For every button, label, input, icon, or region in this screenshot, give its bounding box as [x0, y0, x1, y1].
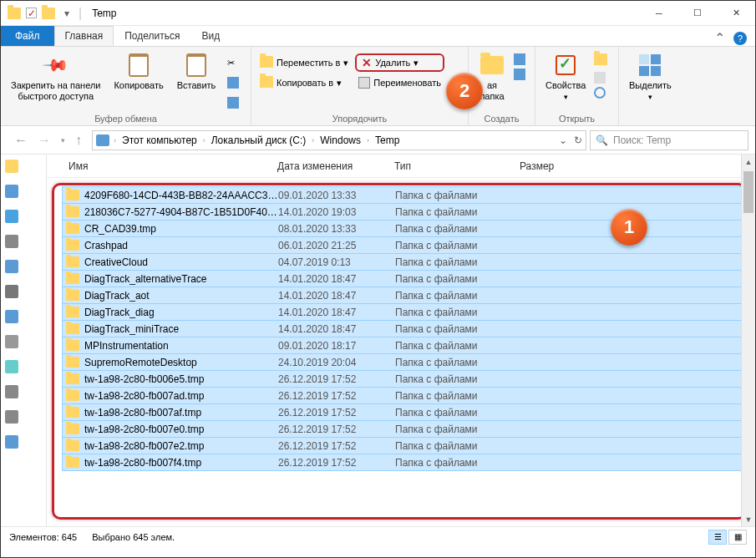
nav-item[interactable] — [5, 210, 18, 223]
copypath-button[interactable] — [224, 74, 242, 92]
copyto-button[interactable]: Копировать в ▾ — [256, 74, 352, 92]
file-type: Папка с файлами — [395, 256, 520, 268]
nav-item[interactable] — [5, 360, 18, 373]
nav-item[interactable] — [5, 285, 18, 298]
titlebar: ✓ ▾ | Temp ─ ☐ ✕ — [1, 1, 755, 26]
qat-dropdown-icon[interactable]: ▾ — [60, 7, 74, 20]
breadcrumb-temp[interactable]: Temp — [373, 134, 401, 146]
pin-icon: 📌 — [41, 51, 70, 80]
file-name: tw-1a98-2c80-fb007ad.tmp — [84, 390, 278, 402]
edit-icon[interactable] — [594, 72, 606, 84]
table-row[interactable]: DiagTrack_alternativeTrace14.01.2020 18:… — [62, 270, 745, 287]
moveto-button[interactable]: Переместить в ▾ — [256, 53, 352, 72]
select-label: Выделить — [629, 80, 672, 91]
annotation-2: 2 — [446, 73, 483, 109]
navigation-pane[interactable] — [1, 155, 47, 526]
nav-item[interactable] — [5, 160, 18, 173]
icons-view-button[interactable]: ▦ — [728, 530, 747, 545]
help-icon[interactable]: ? — [733, 32, 747, 45]
newitem-icon[interactable] — [514, 53, 525, 65]
table-row[interactable]: tw-1a98-2c80-fb007ad.tmp26.12.2019 17:52… — [62, 387, 745, 404]
table-row[interactable]: DiagTrack_diag14.01.2020 18:47Папка с фа… — [62, 303, 745, 321]
delete-button[interactable]: ✕ Удалить ▾ — [355, 53, 444, 72]
nav-item[interactable] — [5, 435, 18, 449]
breadcrumb-windows[interactable]: Windows — [318, 134, 363, 146]
open-icon[interactable] — [594, 53, 607, 68]
breadcrumb-drive[interactable]: Локальный диск (C:) — [210, 134, 308, 146]
nav-item[interactable] — [5, 335, 18, 348]
forward-button[interactable]: → — [38, 133, 51, 148]
table-row[interactable]: tw-1a98-2c80-fb007af.tmp26.12.2019 17:52… — [62, 403, 745, 421]
close-button[interactable]: ✕ — [717, 1, 755, 26]
status-count: Элементов: 645 — [9, 532, 77, 542]
search-placeholder: Поиск: Temp — [613, 134, 671, 146]
easyaccess-icon[interactable] — [514, 68, 525, 80]
table-row[interactable]: 4209F680-14CD-443B-BB82-24AAACC3B...09.0… — [62, 186, 745, 204]
column-name[interactable]: Имя — [68, 160, 277, 172]
search-input[interactable]: 🔍 Поиск: Temp — [590, 130, 748, 150]
nav-item[interactable] — [5, 410, 18, 424]
file-date: 14.01.2020 18:47 — [278, 307, 395, 318]
pin-button[interactable]: 📌 Закрепить на панели быстрого доступа — [6, 50, 105, 104]
nav-item[interactable] — [5, 260, 18, 273]
properties-button[interactable]: Свойства▾ — [540, 50, 591, 104]
folder-icon — [66, 373, 79, 384]
file-date: 14.01.2020 18:47 — [278, 273, 395, 285]
tab-share[interactable]: Поделиться — [114, 26, 190, 46]
column-size[interactable]: Размер — [520, 160, 586, 172]
breadcrumb[interactable]: › Этот компьютер › Локальный диск (C:) ›… — [92, 130, 586, 150]
cut-button[interactable]: ✂ — [224, 53, 242, 72]
table-row[interactable]: tw-1a98-2c80-fb007e0.tmp26.12.2019 17:52… — [62, 420, 745, 438]
nav-item[interactable] — [5, 310, 18, 323]
window-title: Temp — [92, 8, 116, 19]
breadcrumb-dropdown-icon[interactable]: ⌄ — [559, 134, 567, 146]
scroll-up-icon[interactable]: ▲ — [742, 155, 755, 169]
file-type: Папка с файлами — [395, 440, 520, 452]
back-button[interactable]: ← — [14, 133, 28, 148]
maximize-button[interactable]: ☐ — [678, 1, 717, 26]
pasteshortcut-button[interactable] — [224, 94, 242, 112]
nav-item[interactable] — [5, 385, 18, 398]
scrollbar-vertical[interactable]: ▲ ▼ — [741, 155, 755, 526]
table-row[interactable]: MPInstrumentation09.01.2020 18:17Папка с… — [62, 337, 745, 354]
table-row[interactable]: SupremoRemoteDesktop24.10.2019 20:04Папк… — [62, 353, 745, 371]
folder-icon — [66, 256, 79, 267]
file-date: 08.01.2020 13:33 — [278, 223, 395, 235]
tab-home[interactable]: Главная — [54, 26, 114, 46]
select-icon — [639, 54, 661, 76]
file-type: Папка с файлами — [395, 357, 520, 368]
details-view-button[interactable]: ☰ — [708, 530, 727, 545]
file-type: Папка с файлами — [395, 273, 520, 285]
refresh-icon[interactable]: ↻ — [574, 134, 582, 146]
breadcrumb-pc[interactable]: Этот компьютер — [120, 134, 199, 146]
copy-button[interactable]: Копировать — [109, 50, 168, 93]
table-row[interactable]: tw-1a98-2c80-fb007f4.tmp26.12.2019 17:52… — [62, 454, 745, 471]
select-button[interactable]: Выделить▾ — [624, 50, 677, 104]
rename-button[interactable]: Переименовать — [355, 74, 444, 92]
file-name: CreativeCloud — [84, 256, 278, 268]
minimize-button[interactable]: ─ — [640, 1, 678, 26]
table-row[interactable]: CreativeCloud04.07.2019 0:13Папка с файл… — [62, 253, 745, 271]
table-row[interactable]: tw-1a98-2c80-fb007e2.tmp26.12.2019 17:52… — [62, 437, 745, 454]
folder-icon — [66, 240, 79, 251]
nav-item[interactable] — [5, 185, 18, 198]
scroll-down-icon[interactable]: ▼ — [742, 512, 755, 526]
folder-icon — [66, 273, 79, 284]
table-row[interactable]: tw-1a98-2c80-fb006e5.tmp26.12.2019 17:52… — [62, 370, 745, 388]
nav-item[interactable] — [5, 235, 18, 248]
history-icon[interactable] — [594, 87, 606, 99]
column-type[interactable]: Тип — [394, 160, 520, 172]
file-name: tw-1a98-2c80-fb007e2.tmp — [84, 440, 278, 452]
up-button[interactable]: ↑ — [75, 133, 82, 148]
collapse-ribbon-icon[interactable]: ⌃ — [714, 30, 725, 46]
tab-view[interactable]: Вид — [190, 26, 231, 46]
recent-dropdown[interactable]: ▾ — [61, 136, 65, 145]
table-row[interactable]: DiagTrack_aot14.01.2020 18:47Папка с фай… — [62, 287, 745, 304]
checkbox-icon[interactable]: ✓ — [26, 8, 37, 18]
tab-file[interactable]: Файл — [1, 26, 54, 46]
file-date: 09.01.2020 18:17 — [278, 340, 395, 352]
folder-icon — [66, 290, 79, 301]
table-row[interactable]: DiagTrack_miniTrace14.01.2020 18:47Папка… — [62, 320, 745, 337]
paste-button[interactable]: Вставить — [172, 50, 221, 93]
column-date[interactable]: Дата изменения — [277, 160, 394, 172]
